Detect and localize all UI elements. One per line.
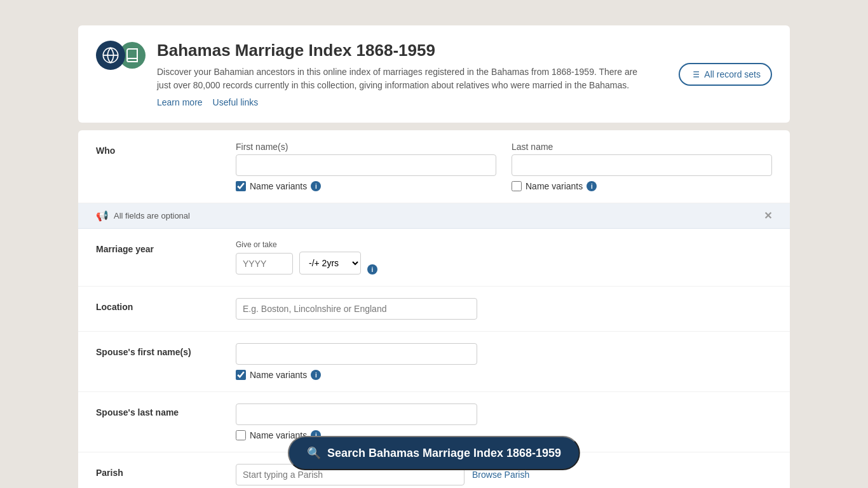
learn-more-link[interactable]: Learn more	[157, 97, 203, 107]
last-name-variants-info-icon[interactable]: i	[587, 181, 597, 191]
first-name-variants-info-icon[interactable]: i	[311, 181, 321, 191]
search-form: Who First name(s) Name variants i Last n…	[78, 130, 790, 488]
all-record-sets-label: All record sets	[704, 69, 761, 79]
search-icon: 🔍	[307, 446, 321, 460]
search-button[interactable]: 🔍 Search Bahamas Marriage Index 1868-195…	[288, 436, 580, 470]
who-row: Who First name(s) Name variants i Last n…	[78, 130, 790, 203]
spouse-last-label: Spouse's last name	[96, 403, 236, 417]
location-content	[236, 298, 772, 320]
last-name-variants-checkbox[interactable]	[512, 181, 522, 191]
notice-text: All fields are optional	[114, 211, 190, 220]
last-name-group: Last name Name variants i	[512, 142, 772, 191]
browse-parish-link[interactable]: Browse Parish	[472, 470, 529, 480]
last-name-label: Last name	[512, 142, 772, 152]
spouse-first-variants-checkbox[interactable]	[236, 370, 246, 380]
marriage-year-label: Marriage year	[96, 240, 236, 254]
spouse-first-variants-row: Name variants i	[236, 370, 772, 380]
first-name-label: First name(s)	[236, 142, 496, 152]
spouse-first-variants-label: Name variants	[250, 370, 307, 380]
header-icons	[96, 41, 146, 70]
header-links: Learn more Useful links	[157, 97, 772, 107]
search-button-label: Search Bahamas Marriage Index 1868-1959	[327, 447, 561, 460]
spouse-first-variants-info-icon[interactable]: i	[311, 370, 321, 380]
spouse-last-variants-checkbox[interactable]	[236, 430, 246, 440]
marriage-year-info-icon[interactable]: i	[367, 264, 377, 274]
spouse-first-input[interactable]	[236, 343, 477, 365]
useful-links-link[interactable]: Useful links	[213, 97, 259, 107]
give-or-take-label: Give or take	[236, 240, 772, 249]
parish-label: Parish	[96, 464, 236, 478]
last-name-variants-label: Name variants	[526, 181, 583, 191]
header-description: Discover your Bahamian ancestors in this…	[157, 65, 653, 92]
location-label: Location	[96, 298, 236, 312]
notice-bar: 📢 All fields are optional ✕	[78, 203, 790, 229]
notice-content: 📢 All fields are optional	[96, 210, 190, 222]
give-or-take-select[interactable]: -/+ 1yr -/+ 2yrs -/+ 5yrs -/+ 10yrs	[299, 252, 361, 274]
close-notice-button[interactable]: ✕	[764, 210, 772, 222]
globe-icon	[96, 41, 125, 70]
last-name-input[interactable]	[512, 154, 772, 176]
marriage-year-input[interactable]	[236, 253, 293, 274]
spouse-last-content: Name variants i	[236, 403, 772, 440]
year-group: -/+ 1yr -/+ 2yrs -/+ 5yrs -/+ 10yrs i	[236, 252, 772, 274]
last-name-variants-row: Name variants i	[512, 181, 772, 191]
who-fields: First name(s) Name variants i Last name	[236, 142, 772, 191]
marriage-year-row: Marriage year Give or take -/+ 1yr -/+ 2…	[78, 229, 790, 287]
first-name-variants-checkbox[interactable]	[236, 181, 246, 191]
marriage-year-content: Give or take -/+ 1yr -/+ 2yrs -/+ 5yrs -…	[236, 240, 772, 274]
spouse-first-content: Name variants i	[236, 343, 772, 380]
notice-icon: 📢	[96, 210, 109, 222]
page-title: Bahamas Marriage Index 1868-1959	[157, 41, 772, 60]
first-name-variants-row: Name variants i	[236, 181, 496, 191]
first-name-group: First name(s) Name variants i	[236, 142, 496, 191]
location-row: Location	[78, 287, 790, 332]
spouse-first-row: Spouse's first name(s) Name variants i	[78, 332, 790, 392]
first-name-variants-label: Name variants	[250, 181, 307, 191]
list-icon	[690, 69, 700, 79]
header-card: Bahamas Marriage Index 1868-1959 Discove…	[78, 25, 790, 123]
first-name-input[interactable]	[236, 154, 496, 176]
location-input[interactable]	[236, 298, 477, 320]
who-label: Who	[96, 142, 236, 156]
spouse-first-label: Spouse's first name(s)	[96, 343, 236, 357]
all-record-sets-button[interactable]: All record sets	[679, 63, 772, 86]
spouse-last-input[interactable]	[236, 403, 477, 425]
